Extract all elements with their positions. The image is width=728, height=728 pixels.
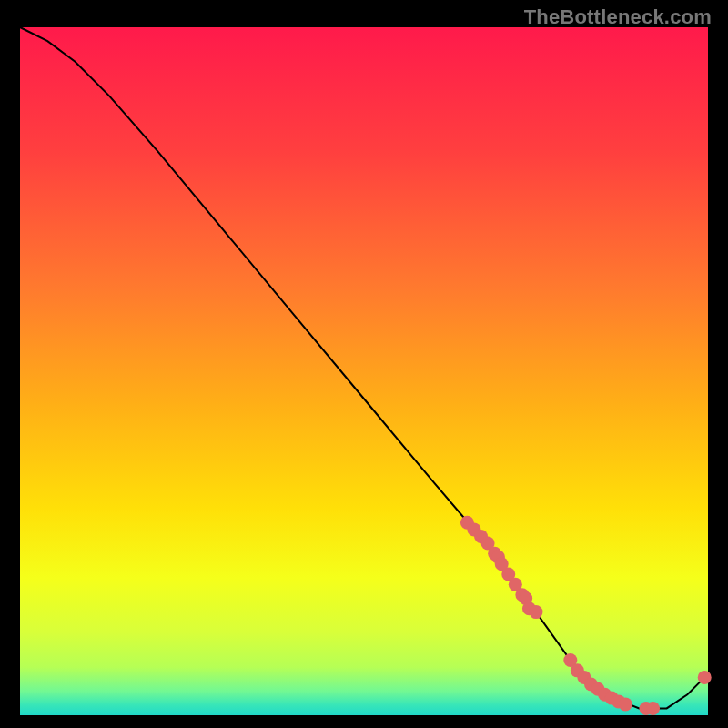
- plot-background: [20, 27, 708, 715]
- chart-container: TheBottleneck.com: [0, 0, 728, 728]
- marker-point: [646, 702, 660, 715]
- marker-point: [698, 671, 712, 684]
- watermark-text: TheBottleneck.com: [524, 5, 712, 29]
- marker-point: [619, 697, 632, 711]
- bottleneck-chart: [0, 0, 728, 728]
- marker-point: [530, 605, 543, 619]
